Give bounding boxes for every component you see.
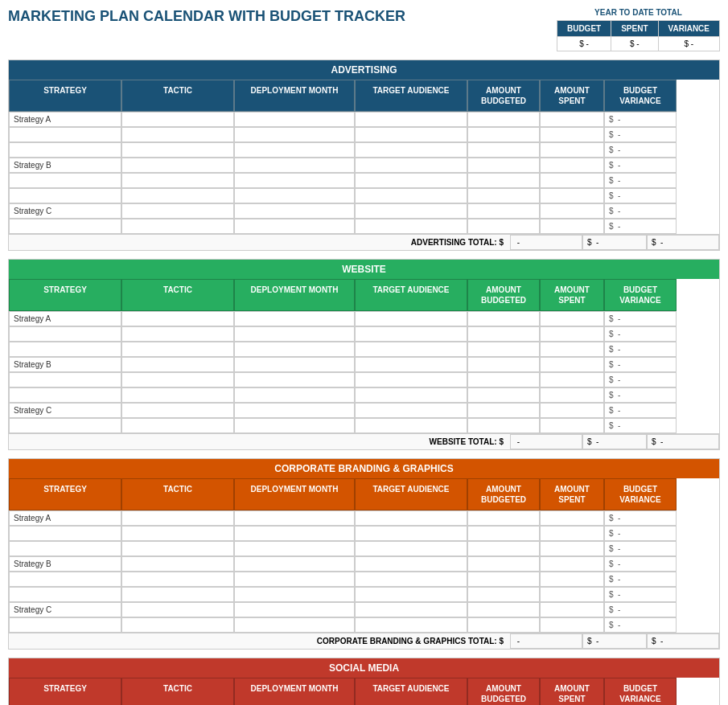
ytd-section: YEAR TO DATE TOTAL BUDGET SPENT VARIANCE… — [557, 8, 720, 51]
col-variance: BUDGET VARIANCE — [604, 279, 677, 311]
col-deployment: DEPLOYMENT MONTH — [234, 678, 355, 705]
table-row: $ - — [9, 219, 719, 234]
variance-cell: $ - — [604, 142, 677, 158]
budgeted-cell[interactable] — [467, 219, 540, 234]
spent-cell[interactable] — [540, 158, 604, 173]
ytd-budget-value: $ - — [557, 37, 611, 51]
col-strategy: STRATEGY — [9, 478, 121, 510]
variance-cell: $ - — [604, 219, 677, 234]
deployment-cell[interactable] — [234, 203, 355, 219]
spent-cell[interactable] — [540, 127, 604, 142]
table-row: $ - — [9, 142, 719, 158]
col-tactic: TACTIC — [121, 80, 234, 112]
table-row: Strategy B $ - — [9, 357, 719, 372]
website-col-headers: STRATEGY TACTIC DEPLOYMENT MONTH TARGET … — [9, 279, 719, 311]
page-header: MARKETING PLAN CALENDAR WITH BUDGET TRAC… — [8, 8, 720, 51]
deployment-cell[interactable] — [234, 142, 355, 158]
strategy-empty — [9, 188, 121, 203]
strategy-empty — [9, 127, 121, 142]
col-deployment: DEPLOYMENT MONTH — [234, 80, 355, 112]
col-deployment: DEPLOYMENT MONTH — [234, 478, 355, 510]
deployment-cell[interactable] — [234, 188, 355, 203]
audience-cell[interactable] — [355, 188, 467, 203]
branding-total-spent: $ - — [582, 633, 647, 649]
spent-cell[interactable] — [540, 112, 604, 127]
col-audience: TARGET AUDIENCE — [355, 678, 467, 705]
deployment-cell[interactable] — [234, 112, 355, 127]
col-spent: AMOUNT SPENT — [540, 678, 604, 705]
tactic-cell[interactable] — [121, 112, 234, 127]
budgeted-cell[interactable] — [467, 173, 540, 188]
budgeted-cell[interactable] — [467, 203, 540, 219]
deployment-cell[interactable] — [234, 127, 355, 142]
spent-cell[interactable] — [540, 203, 604, 219]
col-tactic: TACTIC — [121, 678, 234, 705]
ytd-table: BUDGET SPENT VARIANCE $ - $ - $ - — [557, 20, 720, 51]
advertising-total-variance: $ - — [647, 235, 719, 250]
advertising-total-row: ADVERTISING TOTAL: $ - $ - $ - — [9, 234, 719, 250]
website-total-budgeted: - — [510, 434, 582, 449]
website-total-variance: $ - — [647, 434, 719, 449]
spent-cell[interactable] — [540, 142, 604, 158]
budgeted-cell[interactable] — [467, 142, 540, 158]
table-row: $ - — [9, 372, 719, 387]
audience-cell[interactable] — [355, 219, 467, 234]
table-row: $ - — [9, 387, 719, 403]
table-row: Strategy A $ - — [9, 510, 719, 526]
col-audience: TARGET AUDIENCE — [355, 478, 467, 510]
variance-cell: $ - — [604, 173, 677, 188]
strategy-empty — [9, 142, 121, 158]
deployment-cell[interactable] — [234, 219, 355, 234]
tactic-cell[interactable] — [121, 142, 234, 158]
deployment-cell[interactable] — [234, 158, 355, 173]
tactic-cell[interactable] — [121, 173, 234, 188]
audience-cell[interactable] — [355, 127, 467, 142]
strategy-b-label: Strategy B — [9, 357, 121, 372]
spent-cell[interactable] — [540, 188, 604, 203]
col-tactic: TACTIC — [121, 279, 234, 311]
budgeted-cell[interactable] — [467, 127, 540, 142]
col-variance: BUDGET VARIANCE — [604, 80, 677, 112]
col-audience: TARGET AUDIENCE — [355, 80, 467, 112]
deployment-cell[interactable] — [234, 173, 355, 188]
branding-total-budgeted: - — [510, 633, 582, 649]
social-col-headers: STRATEGY TACTIC DEPLOYMENT MONTH TARGET … — [9, 678, 719, 705]
audience-cell[interactable] — [355, 112, 467, 127]
tactic-cell[interactable] — [121, 219, 234, 234]
table-row: $ - — [9, 342, 719, 357]
tactic-cell[interactable] — [121, 203, 234, 219]
col-variance: BUDGET VARIANCE — [604, 478, 677, 510]
table-row: $ - — [9, 326, 719, 342]
audience-cell[interactable] — [355, 158, 467, 173]
col-spent: AMOUNT SPENT — [540, 478, 604, 510]
ytd-spent-value: $ - — [611, 37, 658, 51]
tactic-cell[interactable] — [121, 158, 234, 173]
table-row: Strategy B $ - — [9, 556, 719, 572]
table-row: Strategy C $ - — [9, 203, 719, 219]
budgeted-cell[interactable] — [467, 188, 540, 203]
audience-cell[interactable] — [355, 203, 467, 219]
audience-cell[interactable] — [355, 173, 467, 188]
advertising-section-header: ADVERTISING — [9, 60, 719, 80]
tactic-cell[interactable] — [121, 188, 234, 203]
budgeted-cell[interactable] — [467, 112, 540, 127]
tactic-cell[interactable] — [121, 127, 234, 142]
strategy-c-label: Strategy C — [9, 203, 121, 219]
budgeted-cell[interactable] — [467, 158, 540, 173]
col-deployment: DEPLOYMENT MONTH — [234, 279, 355, 311]
spent-cell[interactable] — [540, 173, 604, 188]
website-total-label: WEBSITE TOTAL: $ — [9, 434, 510, 449]
audience-cell[interactable] — [355, 142, 467, 158]
table-row: Strategy C $ - — [9, 403, 719, 418]
website-total-row: WEBSITE TOTAL: $ - $ - $ - — [9, 433, 719, 449]
variance-cell: $ - — [604, 203, 677, 219]
col-spent: AMOUNT SPENT — [540, 80, 604, 112]
branding-section-header: CORPORATE BRANDING & GRAPHICS — [9, 459, 719, 478]
col-budgeted: AMOUNT BUDGETED — [467, 80, 540, 112]
social-section-header: SOCIAL MEDIA — [9, 658, 719, 678]
variance-cell: $ - — [604, 127, 677, 142]
strategy-b-label: Strategy B — [9, 556, 121, 572]
strategy-a-label: Strategy A — [9, 311, 121, 326]
spent-cell[interactable] — [540, 219, 604, 234]
variance-cell: $ - — [604, 112, 677, 127]
